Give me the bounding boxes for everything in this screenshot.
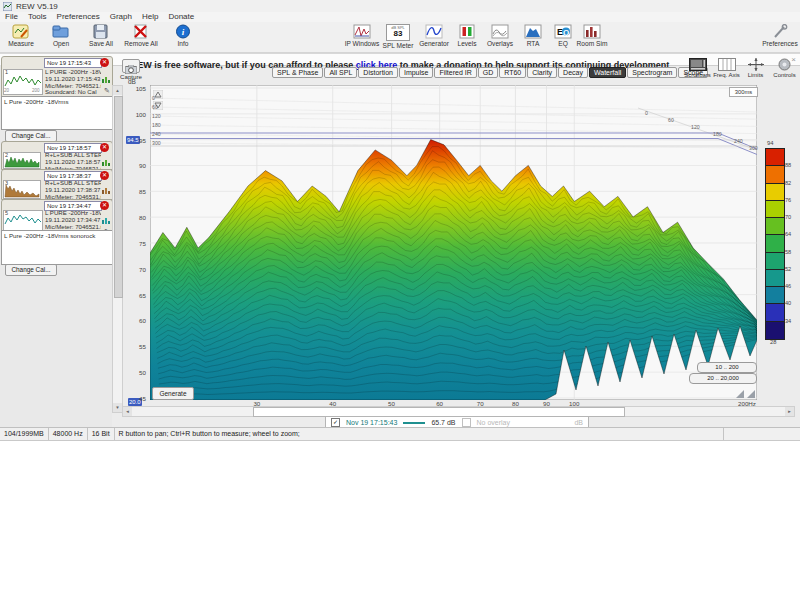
freq-range-button-1[interactable]: 10 .. 200: [697, 362, 757, 373]
tab-gd[interactable]: GD: [478, 67, 499, 78]
measurement-thumbnail: [3, 152, 41, 169]
trace-color-icon[interactable]: [102, 217, 110, 224]
generate-button[interactable]: Generate: [152, 387, 194, 400]
title-bar[interactable]: REW V5.19: [0, 0, 800, 12]
scrollbars-button[interactable]: Scrollbars: [684, 58, 711, 78]
measure-button[interactable]: Measure: [4, 24, 38, 47]
scroll-up-icon[interactable]: ▲: [113, 86, 122, 95]
tab-waterfall[interactable]: Waterfall: [589, 67, 626, 78]
measurement-card-4[interactable]: Nov 19 17:34:47 ✕ 5 L PURE -200Hz -18Vrm…: [1, 199, 113, 232]
save-all-button[interactable]: Save All: [84, 24, 118, 47]
db-tick: 105: [122, 85, 146, 92]
db-tick: 70: [122, 266, 146, 273]
generator-button[interactable]: Generator: [417, 24, 451, 47]
trace-color-icon[interactable]: [102, 159, 110, 166]
menu-graph[interactable]: Graph: [110, 12, 132, 22]
delete-measurement-icon[interactable]: ✕: [100, 201, 109, 210]
measurement-card-3[interactable]: Nov 19 17:38:37 ✕ 3 R+L+SUB ALL STEREO 1…: [1, 169, 113, 200]
edit-pencil-icon[interactable]: ✎: [102, 87, 112, 95]
tab-decay[interactable]: Decay: [558, 67, 588, 78]
tab-spectrogram[interactable]: Spectrogram: [627, 67, 677, 78]
legend-cursor-value: 65.7 dB: [431, 419, 455, 426]
time-tick-left: 240: [152, 131, 161, 137]
change-cal-button-4[interactable]: Change Cal...: [5, 264, 57, 276]
tab-filtered-ir[interactable]: Filtered IR: [434, 67, 476, 78]
freq-range-button-2[interactable]: 20 .. 20,000: [689, 373, 757, 384]
axis-zoom-icon-2[interactable]: [747, 390, 755, 398]
axis-zoom-icon-1[interactable]: [736, 390, 744, 398]
colorbar-max-label: 94: [767, 140, 773, 146]
measurement-title: L PURE -200Hz -18Vrms: [45, 210, 101, 217]
overlays-button[interactable]: Overlays: [483, 24, 517, 47]
scroll-right-icon[interactable]: ►: [785, 407, 794, 416]
limits-button[interactable]: Limits: [742, 58, 769, 78]
waterfall-plot[interactable]: [150, 85, 757, 400]
capture-button[interactable]: [122, 59, 140, 73]
colorbar-tick: 34: [785, 318, 791, 324]
trace-color-icon[interactable]: [102, 76, 110, 83]
time-tick-right: 180: [713, 131, 722, 137]
tab-rt60[interactable]: RT60: [499, 67, 526, 78]
scrollbars-icon: [689, 58, 707, 71]
colorbar-tick: 58: [785, 249, 791, 255]
measurement-title: L PURE -200Hz -18Vrms: [45, 69, 101, 76]
ip-windows-button[interactable]: IP Windows: [345, 24, 379, 47]
freq-axis-button[interactable]: Freq. Axis: [713, 58, 740, 78]
open-button[interactable]: Open: [44, 24, 78, 47]
db-tick: 85: [122, 188, 146, 195]
overlay-checkbox[interactable]: [462, 418, 471, 427]
tab-distortion[interactable]: Distortion: [358, 67, 398, 78]
delete-measurement-icon[interactable]: ✕: [100, 171, 109, 180]
trace-color-icon[interactable]: [102, 187, 110, 194]
tab-spl-phase[interactable]: SPL & Phase: [272, 67, 323, 78]
levels-button[interactable]: Levels: [450, 24, 484, 47]
tab-all-spl[interactable]: All SPL: [324, 67, 357, 78]
preferences-button[interactable]: Preferences: [763, 24, 797, 47]
legend-unit-label: dB: [574, 419, 583, 426]
freq-tick: 60: [434, 400, 446, 407]
trace-visible-checkbox[interactable]: ✓: [331, 418, 340, 427]
rta-button[interactable]: RTA: [516, 24, 550, 47]
menu-donate[interactable]: Donate: [168, 12, 194, 22]
tab-impulse[interactable]: Impulse: [399, 67, 434, 78]
measurement-name-field[interactable]: Nov 19 17:15:43: [44, 58, 102, 68]
db-tick: 90: [122, 162, 146, 169]
colorbar-tick: 46: [785, 283, 791, 289]
measure-icon: [12, 24, 30, 39]
ip-windows-icon: [353, 24, 371, 39]
delete-measurement-icon[interactable]: ✕: [100, 58, 109, 67]
time-tick-left: 120: [152, 113, 161, 119]
remove-all-button[interactable]: Remove All: [124, 24, 158, 47]
menu-preferences[interactable]: Preferences: [57, 12, 100, 22]
tab-clarity[interactable]: Clarity: [527, 67, 557, 78]
controls-button[interactable]: Controls: [771, 58, 798, 78]
freq-axis-end: 200Hz: [738, 400, 756, 407]
menu-tools[interactable]: Tools: [28, 12, 47, 22]
measurement-card-2[interactable]: Nov 19 17:18:57 ✕ 2 R+L+SUB ALL STEREO -…: [1, 141, 113, 170]
save-icon: [92, 24, 110, 39]
status-spacer: [724, 428, 800, 440]
info-button[interactable]: i Info: [166, 24, 200, 47]
controls-icon: [778, 58, 791, 71]
menu-help[interactable]: Help: [142, 12, 158, 22]
db-tick: 95: [122, 137, 146, 144]
thumb-number: 2: [5, 152, 8, 158]
legend-overlay-label: No overlay: [477, 419, 510, 426]
menu-file[interactable]: File: [5, 12, 18, 22]
spl-meter-button[interactable]: dB SPL 83 SPL Meter: [381, 24, 415, 49]
measurement-notes-4[interactable]: L Pure -200Hz -18Vrms sonorock: [1, 230, 113, 265]
scroll-left-icon[interactable]: ◄: [123, 407, 132, 416]
sidebar-scrollbar[interactable]: ▲ ▼: [112, 85, 123, 413]
scroll-down-icon[interactable]: ▼: [113, 403, 122, 412]
legend-measurement-name[interactable]: Nov 19 17:15:43: [346, 419, 397, 426]
time-tick-right: 0: [645, 110, 648, 116]
delete-measurement-icon[interactable]: ✕: [100, 143, 109, 152]
room-sim-icon: [583, 24, 601, 39]
measurement-thumbnail: [3, 210, 43, 231]
colorbar-tick: 70: [785, 214, 791, 220]
thumb-number: 3: [5, 180, 8, 186]
db-tick: 60: [122, 317, 146, 324]
room-sim-button[interactable]: Room Sim: [575, 24, 609, 47]
overlays-icon: [491, 24, 509, 39]
measurement-notes-1[interactable]: L Pure -200Hz -18Vrms: [1, 96, 113, 130]
